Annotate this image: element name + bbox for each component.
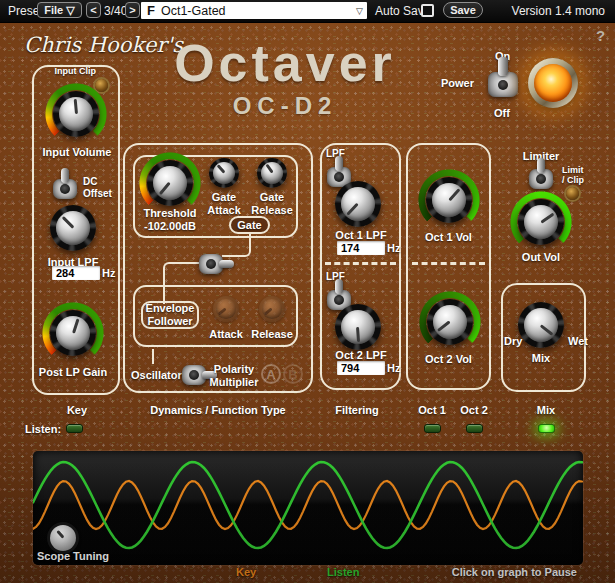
- post-lp-gain-knob[interactable]: [50, 310, 96, 356]
- gate-attack-label: Gate Attack: [199, 191, 249, 216]
- plugin-title: Octaver: [138, 33, 432, 93]
- oscillator-switch[interactable]: [182, 365, 206, 385]
- polarity-b-badge: B: [283, 364, 303, 384]
- oct1-lpf-label: Oct 1 LPF: [318, 229, 404, 242]
- auto-save-checkbox[interactable]: [421, 4, 434, 17]
- polarity-a-badge: A: [261, 364, 281, 384]
- env-attack-knob[interactable]: [213, 296, 239, 322]
- help-icon[interactable]: ?: [596, 27, 605, 44]
- save-button[interactable]: Save: [443, 2, 483, 18]
- input-lpf-value[interactable]: 284: [52, 266, 100, 280]
- footer-mix-label: Mix: [521, 404, 571, 417]
- listen-label: Listen:: [25, 423, 61, 436]
- power-label: Power: [441, 77, 474, 90]
- oct2-vol-label: Oct 2 Vol: [406, 353, 491, 366]
- power-switch[interactable]: [488, 72, 518, 97]
- preset-counter: 3/40: [104, 4, 127, 18]
- limit-clip-label: Limit / Clip: [562, 165, 584, 186]
- oct1-vol-label: Oct 1 Vol: [406, 231, 491, 244]
- envelope-follower-button[interactable]: Envelope Follower: [141, 301, 199, 329]
- footer-oct2-label: Oct 2: [449, 404, 499, 417]
- volumes-divider: [412, 262, 485, 265]
- dropdown-arrow-icon[interactable]: ▽: [356, 6, 363, 16]
- wet-label: Wet: [568, 335, 588, 348]
- gate-release-knob[interactable]: [257, 158, 287, 188]
- scope-waves: [33, 451, 583, 565]
- dc-offset-label: DC Offset: [83, 176, 112, 199]
- limit-clip-led: [566, 187, 579, 200]
- dynamics-mode-switch[interactable]: [199, 254, 223, 274]
- oct1-lpf-unit: Hz: [387, 242, 400, 255]
- oscilloscope[interactable]: Scope Tuning: [33, 451, 583, 565]
- mix-label: Mix: [511, 352, 571, 365]
- oscillator-wire: [152, 349, 154, 364]
- plugin-window: Presets File ▽ < 3/40 > F Oct1-Gated ▽ A…: [0, 0, 615, 583]
- preset-name-combo[interactable]: F Oct1-Gated ▽: [141, 2, 367, 19]
- gate-wire: [222, 234, 251, 257]
- post-lp-gain-label: Post LP Gain: [28, 366, 118, 379]
- threshold-value: -102.00dB: [120, 220, 220, 233]
- file-menu-button[interactable]: File ▽: [37, 2, 82, 18]
- filtering-divider: [325, 262, 396, 265]
- env-release-label: Release: [247, 328, 297, 341]
- dry-label: Dry: [504, 335, 522, 348]
- mix-knob[interactable]: [518, 302, 564, 348]
- gate-release-label: Gate Release: [247, 191, 297, 216]
- footer-dynamics-label: Dynamics / Function Type: [128, 404, 308, 417]
- preset-toolbar: Presets File ▽ < 3/40 > F Oct1-Gated ▽ A…: [0, 0, 615, 23]
- scope-pause-hint: Click on graph to Pause: [427, 566, 577, 578]
- mix-listen-led: [538, 424, 555, 433]
- polarity-multiplier-label: Polarity Multiplier: [208, 363, 260, 388]
- plugin-model: OC-D2: [138, 92, 432, 120]
- env-attack-label: Attack: [201, 328, 251, 341]
- oct1-listen-led: [424, 424, 441, 433]
- gate-attack-knob[interactable]: [209, 158, 239, 188]
- key-listen-led: [66, 424, 83, 433]
- scope-key-legend: Key: [236, 566, 256, 578]
- out-vol-label: Out Vol: [511, 251, 571, 264]
- oscillator-label: Oscillator: [131, 369, 182, 382]
- oct1-vol-knob[interactable]: [426, 177, 472, 223]
- input-clip-label: Input Clip: [40, 66, 96, 76]
- footer-filtering-label: Filtering: [327, 404, 387, 417]
- env-release-knob[interactable]: [259, 296, 285, 322]
- scope-tuning-knob[interactable]: [50, 525, 76, 551]
- scope-listen-legend: Listen: [327, 566, 359, 578]
- oct1-lpf-knob[interactable]: [335, 181, 381, 227]
- gate-button[interactable]: Gate: [229, 216, 270, 234]
- out-vol-knob[interactable]: [518, 199, 564, 245]
- power-lamp: [534, 64, 572, 102]
- version-label: Version 1.4 mono: [512, 4, 605, 18]
- input-volume-label: Input Volume: [32, 146, 122, 159]
- limiter-switch[interactable]: [529, 169, 553, 189]
- preset-name: Oct1-Gated: [161, 4, 226, 18]
- power-lamp-ring: [528, 58, 578, 108]
- input-lpf-unit: Hz: [102, 267, 115, 280]
- oct2-lpf-value[interactable]: 794: [337, 361, 385, 375]
- input-lpf-knob[interactable]: [50, 205, 96, 251]
- preset-flag: F: [147, 3, 155, 18]
- footer-key-label: Key: [47, 404, 107, 417]
- oct2-listen-led: [466, 424, 483, 433]
- oct2-lpf-knob[interactable]: [335, 304, 381, 350]
- prev-preset-button[interactable]: <: [86, 2, 101, 18]
- input-volume-knob[interactable]: [53, 91, 99, 137]
- oct2-vol-knob[interactable]: [427, 299, 473, 345]
- power-off-label: Off: [494, 107, 510, 120]
- next-preset-button[interactable]: >: [125, 2, 140, 18]
- scope-tuning-label: Scope Tuning: [37, 550, 109, 563]
- oct1-lpf-value[interactable]: 174: [337, 241, 385, 255]
- oct2-lpf-unit: Hz: [387, 362, 400, 375]
- threshold-knob[interactable]: [147, 160, 193, 206]
- oct2-lpf-label: Oct 2 LPF: [318, 349, 404, 362]
